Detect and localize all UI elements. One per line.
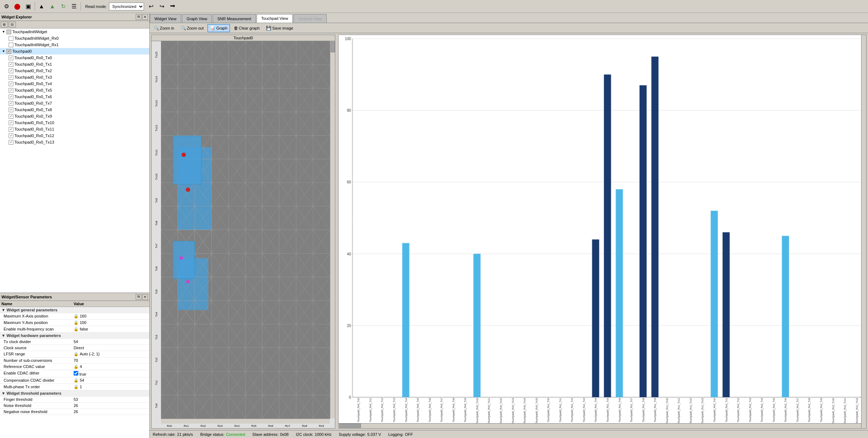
arrow-down-icon[interactable]: ▲: [47, 1, 57, 12]
checkbox-rx0[interactable]: [9, 36, 13, 41]
tree-item-rx0tx9[interactable]: Touchpad0_Rx0_Tx9: [0, 113, 149, 119]
tree-item-rx0tx10[interactable]: Touchpad0_Rx0_Tx10: [0, 119, 149, 126]
refresh-icon[interactable]: ↻: [58, 1, 68, 12]
rx1-label: TouchpadInitWidget_Rx1: [14, 43, 58, 47]
tree-item-rx0tx4[interactable]: Touchpad0_Rx0_Tx4: [0, 80, 149, 87]
cb-rx0tx9[interactable]: [9, 114, 13, 119]
graph-scroll-thumb[interactable]: [339, 424, 361, 428]
checkbox-rx1[interactable]: [9, 43, 13, 47]
param-max-x-value: 🔒160: [72, 313, 149, 319]
save-image-btn[interactable]: 💾 Save image: [263, 24, 296, 32]
graph-scrollbar-v[interactable]: [861, 35, 866, 428]
graph-icon: 📊: [210, 26, 215, 31]
param-max-y: Maximum Y-Axis position 🔒100: [0, 320, 149, 326]
tree-item-rx0tx7[interactable]: Touchpad0_Rx0_Tx7: [0, 100, 149, 106]
right-content: Widget View Graph View SNR Measurement T…: [150, 13, 868, 438]
param-max-x-name: Maximum X-Axis position: [0, 313, 72, 319]
param-finger-thresh-name: Finger threshold: [0, 397, 72, 402]
clear-graph-btn[interactable]: 🗑 Clear graph: [231, 24, 262, 32]
param-multi-freq: Enable multi-frequency scan 🔒false: [0, 326, 149, 333]
tree-item-rx0[interactable]: TouchpadInitWidget_Rx0: [0, 35, 149, 41]
param-clock-src: Clock source Direct: [0, 345, 149, 351]
param-clock-src-value: Direct: [72, 345, 149, 351]
stop-icon[interactable]: ⬤: [12, 1, 22, 12]
checkbox-touchpadinitwidget[interactable]: [6, 30, 11, 34]
param-cdac-dither-name: Enable CDAC dither: [0, 370, 72, 377]
param-neg-noise: Negative noise threshold 26: [0, 409, 149, 415]
tree-item-touchpad0[interactable]: ▼ Touchpad0: [0, 48, 149, 54]
lb-rx0tx13: Touchpad0_Rx0_Tx13: [14, 140, 54, 144]
cb-rx0tx0[interactable]: [9, 56, 13, 60]
tab-graph-view[interactable]: Graph View: [182, 14, 212, 23]
cb-rx0tx7[interactable]: [9, 101, 13, 106]
sensor-undock-btn[interactable]: ⧉: [136, 294, 141, 300]
tree-item-rx0tx2[interactable]: Touchpad0_Rx0_Tx2: [0, 67, 149, 74]
arrow-up-icon[interactable]: ▲: [36, 1, 47, 12]
undo-icon[interactable]: ↩: [146, 1, 156, 12]
tree-item-rx0tx6[interactable]: Touchpad0_Rx0_Tx6: [0, 93, 149, 100]
rx-label-6: Rx6: [264, 424, 277, 428]
cb-rx0tx1[interactable]: [9, 62, 13, 67]
tree-item-touchpadinitwidget[interactable]: ▼ TouchpadInitWidget: [0, 29, 149, 35]
zoom-out-btn[interactable]: 🔍 Zoom out: [178, 24, 206, 32]
tree-item-rx0tx1[interactable]: Touchpad0_Rx0_Tx1: [0, 61, 149, 67]
cb-rx0tx10[interactable]: [9, 121, 13, 125]
cb-rx0tx6[interactable]: [9, 95, 13, 99]
tree-item-rx0tx0[interactable]: Touchpad0_Rx0_Tx0: [0, 54, 149, 61]
section-threshold: ▼ Widget threshold parameters: [0, 390, 149, 397]
tree-item-rx0tx5[interactable]: Touchpad0_Rx0_Tx5: [0, 87, 149, 93]
widget-explorer-header: Widget Explorer ⧉ ✕: [0, 13, 149, 21]
tab-touchpad-view[interactable]: Touchpad View: [257, 14, 293, 23]
tx-label-1: Tx1: [155, 380, 158, 385]
tx-label-0: Tx0: [155, 403, 158, 408]
cb-rx0tx13[interactable]: [9, 140, 13, 145]
tree-item-rx0tx3[interactable]: Touchpad0_Rx0_Tx3: [0, 74, 149, 80]
panel-close-btn[interactable]: ✕: [142, 14, 148, 20]
cb-rx0tx12[interactable]: [9, 133, 13, 138]
tree-item-rx0tx11[interactable]: Touchpad0_Rx0_Tx11: [0, 126, 149, 132]
graph-scrollbar-h[interactable]: [339, 423, 861, 428]
section-general-title: ▼ Widget general parameters: [0, 307, 72, 313]
cb-rx0tx5[interactable]: [9, 88, 13, 93]
lb-rx0tx3: Touchpad0_Rx0_Tx3: [14, 75, 52, 79]
widget-explorer-body: ▼ TouchpadInitWidget TouchpadInitWidget_…: [0, 29, 149, 293]
tab-widget-view[interactable]: Widget View: [150, 14, 181, 23]
graph-btn[interactable]: 📊 Graph: [208, 24, 230, 32]
cb-rx0tx8[interactable]: [9, 108, 13, 112]
panel-undock-btn[interactable]: ⧉: [136, 14, 141, 20]
lb-rx0tx7: Touchpad0_Rx0_Tx7: [14, 101, 52, 105]
lb-rx0tx11: Touchpad0_Rx0_Tx11: [14, 127, 54, 131]
scroll-thumb-v[interactable]: [331, 41, 335, 52]
tree-item-rx0tx12[interactable]: Touchpad0_Rx0_Tx12: [0, 132, 149, 139]
cb-rx0tx2[interactable]: [9, 69, 13, 73]
expand-icon-tp0: ▼: [1, 49, 6, 53]
cb-rx0tx4[interactable]: [9, 82, 13, 86]
tree-item-rx0tx8[interactable]: Touchpad0_Rx0_Tx8: [0, 106, 149, 113]
tab-gesture-view[interactable]: Gesture View: [293, 14, 327, 23]
tab-snr[interactable]: SNR Measurement: [213, 14, 256, 23]
read-mode-select[interactable]: Synchronized: [109, 3, 144, 10]
checkbox-touchpad0[interactable]: [6, 49, 11, 54]
bottom-area: Rx0 Rx1 Rx2 Rx3 Rx4 Rx5 Rx6 Rx7 Rx8 Rx9: [152, 419, 335, 428]
menu-icon[interactable]: ☰: [69, 1, 79, 12]
window-icon[interactable]: ▣: [23, 1, 33, 12]
rx-label-3: Rx3: [214, 424, 227, 428]
collapse-all-btn[interactable]: ⊟: [9, 22, 16, 27]
redo-icon[interactable]: ↪: [157, 1, 167, 12]
scrollbar-h[interactable]: [161, 419, 330, 424]
cb-rx0tx3[interactable]: [9, 75, 13, 80]
expand-all-btn[interactable]: ⊞: [1, 22, 8, 27]
touchpad-panel-title: Touchpad0: [152, 35, 335, 41]
cb-rx0tx11[interactable]: [9, 127, 13, 132]
zoom-in-btn[interactable]: 🔍 Zoom in: [151, 24, 177, 32]
cdac-dither-checkbox[interactable]: [74, 371, 78, 376]
redo2-icon[interactable]: ⮕: [168, 1, 178, 12]
tree-item-rx0tx13[interactable]: Touchpad0_Rx0_Tx13: [0, 139, 149, 145]
scrollbar-v[interactable]: [330, 41, 335, 419]
tree-item-rx1[interactable]: TouchpadInitWidget_Rx1: [0, 41, 149, 48]
zoom-out-label: Zoom out: [187, 26, 204, 30]
clear-graph-icon: 🗑: [234, 26, 238, 31]
settings-icon[interactable]: ⚙: [1, 1, 12, 12]
tx-labels: Tx15 Tx14 Tx13 Tx12 Tx11 Tx10 Tx9 Tx8 Tx…: [152, 41, 161, 419]
sensor-close-btn[interactable]: ✕: [142, 294, 148, 300]
